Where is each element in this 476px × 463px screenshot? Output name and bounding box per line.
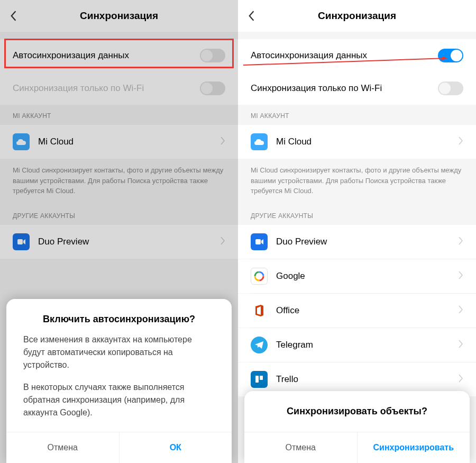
chevron-right-icon	[459, 305, 463, 316]
section-other-accounts: ДРУГИЕ АККАУНТЫ	[0, 205, 238, 225]
google-icon	[251, 268, 268, 285]
account-office-item[interactable]: Office	[238, 294, 476, 328]
account-label: Telegram	[276, 340, 450, 350]
autosync-dialog: Включить автосинхронизацию? Все изменени…	[6, 299, 232, 463]
panel-left: Синхронизация Автосинхронизация данных С…	[0, 0, 238, 463]
mi-cloud-item[interactable]: Mi Cloud	[0, 125, 238, 159]
dialog-title: Синхронизировать объекты?	[244, 391, 470, 432]
chevron-right-icon	[459, 237, 463, 247]
dialog-buttons: Отмена ОК	[6, 432, 232, 463]
mi-cloud-label: Mi Cloud	[38, 137, 212, 147]
cancel-button[interactable]: Отмена	[244, 432, 357, 463]
account-label: Google	[276, 271, 450, 282]
dialog-paragraph: Все изменения в аккаунтах на компьютере …	[23, 333, 215, 371]
cloud-icon	[251, 133, 268, 150]
back-button[interactable]	[238, 0, 264, 32]
mi-cloud-label: Mi Cloud	[276, 137, 450, 147]
office-icon	[251, 302, 268, 319]
svg-rect-7	[255, 376, 259, 383]
svg-rect-8	[260, 376, 263, 380]
chevron-right-icon	[221, 237, 225, 247]
account-label: Office	[276, 305, 450, 316]
sync-button[interactable]: Синхронизировать	[357, 432, 470, 463]
wifi-sync-toggle[interactable]	[438, 81, 463, 95]
wifi-sync-label: Синхронизация только по Wi-Fi	[13, 83, 144, 94]
cancel-button[interactable]: Отмена	[6, 432, 119, 463]
wifi-sync-row[interactable]: Синхронизация только по Wi-Fi	[238, 72, 476, 105]
section-other-accounts: ДРУГИЕ АККАУНТЫ	[238, 205, 476, 225]
page-title: Синхронизация	[238, 10, 476, 22]
autosync-row[interactable]: Автосинхронизация данных	[0, 39, 238, 72]
page-title: Синхронизация	[0, 10, 238, 22]
autosync-label: Автосинхронизация данных	[13, 50, 129, 61]
panel-right: Синхронизация Автосинхронизация данных С…	[238, 0, 476, 463]
cloud-icon	[13, 133, 30, 150]
dialog-buttons: Отмена Синхронизировать	[244, 432, 470, 463]
account-label: Trello	[276, 374, 450, 385]
dialog-body: Все изменения в аккаунтах на компьютере …	[6, 333, 232, 432]
wifi-sync-label: Синхронизация только по Wi-Fi	[251, 83, 382, 94]
dialog-title: Включить автосинхронизацию?	[6, 299, 232, 333]
wifi-sync-toggle	[200, 81, 225, 95]
autosync-row[interactable]: Автосинхронизация данных	[238, 39, 476, 72]
chevron-right-icon	[459, 340, 463, 350]
svg-rect-2	[255, 239, 261, 244]
mi-cloud-item[interactable]: Mi Cloud	[238, 125, 476, 159]
wifi-sync-row: Синхронизация только по Wi-Fi	[0, 72, 238, 105]
telegram-icon	[251, 337, 268, 353]
chevron-right-icon	[459, 137, 463, 147]
header: Синхронизация	[0, 0, 238, 32]
autosync-toggle[interactable]	[200, 49, 225, 62]
account-label: Duo Preview	[276, 237, 450, 247]
account-duo-item[interactable]: Duo Preview	[0, 225, 238, 259]
header: Синхронизация	[238, 0, 476, 32]
autosync-toggle[interactable]	[438, 49, 463, 62]
ok-button[interactable]: ОК	[119, 432, 232, 463]
duo-icon	[251, 233, 268, 250]
chevron-right-icon	[459, 374, 463, 385]
chevron-right-icon	[221, 137, 225, 147]
chevron-right-icon	[459, 271, 463, 282]
account-duo-item[interactable]: Duo Preview	[238, 225, 476, 259]
mi-cloud-description: Mi Cloud синхронизирует контакты, фото и…	[0, 159, 238, 205]
account-telegram-item[interactable]: Telegram	[238, 328, 476, 362]
trello-icon	[251, 371, 268, 388]
account-google-item[interactable]: Google	[238, 259, 476, 293]
chevron-left-icon	[10, 10, 17, 22]
account-label: Duo Preview	[38, 237, 212, 247]
svg-rect-0	[17, 239, 23, 244]
dialog-paragraph: В некоторых случаях также выполняется об…	[23, 381, 215, 419]
duo-icon	[13, 233, 30, 250]
sync-objects-dialog: Синхронизировать объекты? Отмена Синхрон…	[244, 391, 470, 463]
chevron-left-icon	[248, 10, 255, 22]
autosync-label: Автосинхронизация данных	[251, 50, 367, 61]
section-mi-account: MI АККАУНТ	[0, 105, 238, 125]
section-mi-account: MI АККАУНТ	[238, 105, 476, 125]
back-button[interactable]	[0, 0, 26, 32]
mi-cloud-description: Mi Cloud синхронизирует контакты, фото и…	[238, 159, 476, 205]
